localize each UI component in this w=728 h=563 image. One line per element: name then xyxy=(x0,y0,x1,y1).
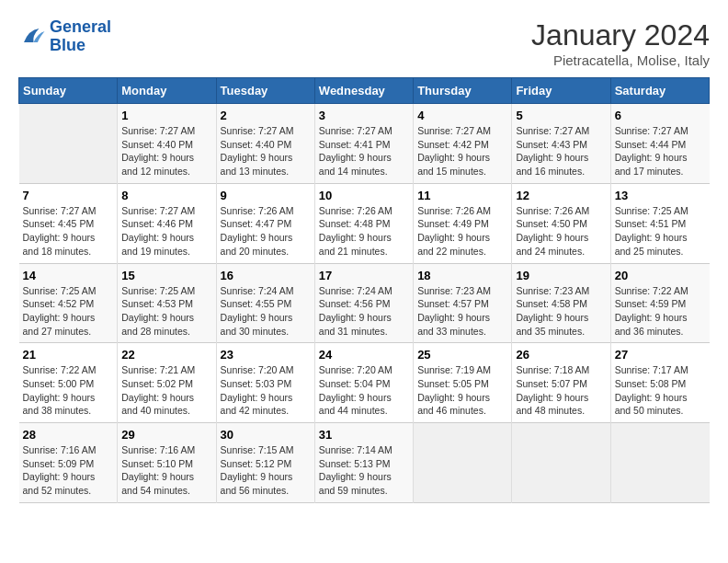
day-number: 22 xyxy=(121,348,211,362)
day-number: 23 xyxy=(221,348,311,362)
day-number: 11 xyxy=(417,189,507,202)
calendar-header-row: SundayMondayTuesdayWednesdayThursdayFrid… xyxy=(19,78,710,104)
day-info: Sunrise: 7:26 AMSunset: 4:49 PMDaylight:… xyxy=(417,204,507,259)
logo-bird-icon xyxy=(18,23,46,51)
calendar-cell: 24Sunrise: 7:20 AMSunset: 5:04 PMDayligh… xyxy=(314,343,413,423)
calendar-row-4: 28Sunrise: 7:16 AMSunset: 5:09 PMDayligh… xyxy=(19,423,710,503)
day-number: 31 xyxy=(319,428,409,442)
day-number: 3 xyxy=(319,109,409,122)
day-info: Sunrise: 7:21 AMSunset: 5:02 PMDaylight:… xyxy=(121,363,211,418)
title-block: January 2024 Pietracatella, Molise, Ital… xyxy=(531,18,710,68)
calendar-cell: 16Sunrise: 7:24 AMSunset: 4:55 PMDayligh… xyxy=(216,263,314,343)
col-header-tuesday: Tuesday xyxy=(216,78,314,104)
calendar-cell: 4Sunrise: 7:27 AMSunset: 4:42 PMDaylight… xyxy=(414,104,512,184)
calendar-cell: 20Sunrise: 7:22 AMSunset: 4:59 PMDayligh… xyxy=(610,263,709,343)
day-number: 12 xyxy=(516,189,606,202)
calendar-cell xyxy=(414,423,512,503)
day-number: 29 xyxy=(121,428,211,442)
calendar-cell xyxy=(19,104,118,184)
calendar-cell: 2Sunrise: 7:27 AMSunset: 4:40 PMDaylight… xyxy=(216,104,314,184)
calendar-cell: 9Sunrise: 7:26 AMSunset: 4:47 PMDaylight… xyxy=(216,183,314,263)
calendar-cell: 29Sunrise: 7:16 AMSunset: 5:10 PMDayligh… xyxy=(118,423,216,503)
day-number: 9 xyxy=(221,189,311,202)
calendar-cell: 1Sunrise: 7:27 AMSunset: 4:40 PMDaylight… xyxy=(118,104,216,184)
day-number: 14 xyxy=(23,269,114,282)
calendar-cell: 15Sunrise: 7:25 AMSunset: 4:53 PMDayligh… xyxy=(118,263,216,343)
calendar-row-2: 14Sunrise: 7:25 AMSunset: 4:52 PMDayligh… xyxy=(19,263,710,343)
calendar-cell: 23Sunrise: 7:20 AMSunset: 5:03 PMDayligh… xyxy=(216,343,314,423)
day-number: 8 xyxy=(121,189,211,202)
day-number: 17 xyxy=(319,269,409,282)
day-number: 7 xyxy=(23,189,114,202)
main-title: January 2024 xyxy=(531,18,710,52)
calendar-cell: 31Sunrise: 7:14 AMSunset: 5:13 PMDayligh… xyxy=(314,423,413,503)
col-header-sunday: Sunday xyxy=(19,78,118,104)
day-number: 13 xyxy=(615,189,706,202)
day-number: 16 xyxy=(221,269,311,282)
day-info: Sunrise: 7:19 AMSunset: 5:05 PMDaylight:… xyxy=(417,363,507,418)
day-info: Sunrise: 7:27 AMSunset: 4:43 PMDaylight:… xyxy=(516,124,606,178)
calendar-cell: 10Sunrise: 7:26 AMSunset: 4:48 PMDayligh… xyxy=(314,183,413,263)
day-number: 15 xyxy=(121,269,211,282)
day-number: 24 xyxy=(319,348,409,362)
calendar-cell: 27Sunrise: 7:17 AMSunset: 5:08 PMDayligh… xyxy=(610,343,709,423)
logo-text: General Blue xyxy=(50,18,111,55)
col-header-saturday: Saturday xyxy=(610,78,709,104)
calendar-table: SundayMondayTuesdayWednesdayThursdayFrid… xyxy=(18,77,710,503)
day-info: Sunrise: 7:27 AMSunset: 4:42 PMDaylight:… xyxy=(417,124,507,178)
page-header: General Blue January 2024 Pietracatella,… xyxy=(18,18,710,68)
calendar-cell: 14Sunrise: 7:25 AMSunset: 4:52 PMDayligh… xyxy=(19,263,118,343)
day-number: 2 xyxy=(221,109,311,122)
day-info: Sunrise: 7:27 AMSunset: 4:44 PMDaylight:… xyxy=(615,124,706,178)
calendar-cell: 25Sunrise: 7:19 AMSunset: 5:05 PMDayligh… xyxy=(414,343,512,423)
calendar-cell: 11Sunrise: 7:26 AMSunset: 4:49 PMDayligh… xyxy=(414,183,512,263)
day-number: 27 xyxy=(615,348,706,362)
day-number: 19 xyxy=(516,269,606,282)
subtitle: Pietracatella, Molise, Italy xyxy=(531,52,710,68)
calendar-cell: 6Sunrise: 7:27 AMSunset: 4:44 PMDaylight… xyxy=(610,104,709,184)
day-info: Sunrise: 7:24 AMSunset: 4:56 PMDaylight:… xyxy=(319,284,409,339)
day-info: Sunrise: 7:23 AMSunset: 4:57 PMDaylight:… xyxy=(417,284,507,339)
day-number: 26 xyxy=(516,348,606,362)
calendar-cell xyxy=(512,423,610,503)
day-info: Sunrise: 7:20 AMSunset: 5:04 PMDaylight:… xyxy=(319,363,409,418)
calendar-cell: 21Sunrise: 7:22 AMSunset: 5:00 PMDayligh… xyxy=(19,343,118,423)
day-info: Sunrise: 7:27 AMSunset: 4:40 PMDaylight:… xyxy=(121,124,211,178)
day-number: 4 xyxy=(417,109,507,122)
calendar-cell: 7Sunrise: 7:27 AMSunset: 4:45 PMDaylight… xyxy=(19,183,118,263)
calendar-cell: 5Sunrise: 7:27 AMSunset: 4:43 PMDaylight… xyxy=(512,104,610,184)
calendar-cell: 30Sunrise: 7:15 AMSunset: 5:12 PMDayligh… xyxy=(216,423,314,503)
day-info: Sunrise: 7:16 AMSunset: 5:09 PMDaylight:… xyxy=(23,443,114,498)
calendar-cell: 22Sunrise: 7:21 AMSunset: 5:02 PMDayligh… xyxy=(118,343,216,423)
day-number: 28 xyxy=(23,428,114,442)
calendar-cell: 17Sunrise: 7:24 AMSunset: 4:56 PMDayligh… xyxy=(314,263,413,343)
day-info: Sunrise: 7:26 AMSunset: 4:47 PMDaylight:… xyxy=(221,204,311,259)
day-info: Sunrise: 7:16 AMSunset: 5:10 PMDaylight:… xyxy=(121,443,211,498)
day-number: 1 xyxy=(121,109,211,122)
col-header-wednesday: Wednesday xyxy=(314,78,413,104)
logo: General Blue xyxy=(18,18,111,55)
day-number: 25 xyxy=(417,348,507,362)
day-number: 30 xyxy=(221,428,311,442)
day-number: 21 xyxy=(23,348,114,362)
day-info: Sunrise: 7:25 AMSunset: 4:53 PMDaylight:… xyxy=(121,284,211,339)
col-header-monday: Monday xyxy=(118,78,216,104)
day-info: Sunrise: 7:17 AMSunset: 5:08 PMDaylight:… xyxy=(615,363,706,418)
day-info: Sunrise: 7:26 AMSunset: 4:50 PMDaylight:… xyxy=(516,204,606,259)
day-number: 10 xyxy=(319,189,409,202)
day-info: Sunrise: 7:22 AMSunset: 5:00 PMDaylight:… xyxy=(23,363,114,418)
day-info: Sunrise: 7:14 AMSunset: 5:13 PMDaylight:… xyxy=(319,443,409,498)
day-info: Sunrise: 7:27 AMSunset: 4:46 PMDaylight:… xyxy=(121,204,211,259)
calendar-row-3: 21Sunrise: 7:22 AMSunset: 5:00 PMDayligh… xyxy=(19,343,710,423)
col-header-friday: Friday xyxy=(512,78,610,104)
day-info: Sunrise: 7:22 AMSunset: 4:59 PMDaylight:… xyxy=(615,284,706,339)
day-info: Sunrise: 7:27 AMSunset: 4:45 PMDaylight:… xyxy=(23,204,114,259)
calendar-cell: 12Sunrise: 7:26 AMSunset: 4:50 PMDayligh… xyxy=(512,183,610,263)
day-info: Sunrise: 7:27 AMSunset: 4:40 PMDaylight:… xyxy=(221,124,311,178)
calendar-cell: 8Sunrise: 7:27 AMSunset: 4:46 PMDaylight… xyxy=(118,183,216,263)
day-info: Sunrise: 7:15 AMSunset: 5:12 PMDaylight:… xyxy=(221,443,311,498)
day-info: Sunrise: 7:23 AMSunset: 4:58 PMDaylight:… xyxy=(516,284,606,339)
day-info: Sunrise: 7:18 AMSunset: 5:07 PMDaylight:… xyxy=(516,363,606,418)
calendar-cell xyxy=(610,423,709,503)
calendar-cell: 26Sunrise: 7:18 AMSunset: 5:07 PMDayligh… xyxy=(512,343,610,423)
